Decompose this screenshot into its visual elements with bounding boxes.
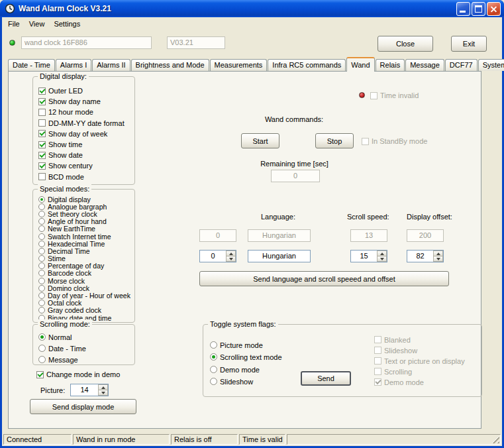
checkbox-box[interactable] (38, 119, 46, 127)
tab-date-time[interactable]: Date - Time (8, 59, 55, 71)
radio-circle[interactable] (38, 218, 45, 225)
radio-circle[interactable] (38, 278, 45, 284)
radio-circle[interactable] (38, 270, 45, 276)
send-language-button[interactable]: Send language and scroll speeed and offs… (199, 271, 449, 286)
radio-circle[interactable] (38, 300, 45, 306)
radio-circle[interactable] (210, 378, 217, 385)
radio-demo-mode[interactable]: Demo mode (210, 365, 260, 374)
radio-circle[interactable] (38, 345, 46, 352)
radio-day-of-year-hour-of-week[interactable]: Day of year - Hour of week (38, 292, 134, 299)
tab-message[interactable]: Message (405, 59, 444, 71)
checkbox-box[interactable] (38, 141, 46, 148)
start-button[interactable]: Start (241, 133, 279, 148)
checkbox-box[interactable] (38, 130, 46, 137)
radio-new-earthtime[interactable]: New EarthTime (38, 225, 134, 233)
checkbox-blanked[interactable]: Blanked (374, 335, 411, 344)
spin-down-button[interactable] (98, 390, 108, 396)
checkbox-box[interactable] (374, 368, 381, 375)
checkbox-show-day-of-week[interactable]: Show day of week (38, 129, 134, 139)
radio-circle[interactable] (38, 203, 45, 210)
resize-grip[interactable] (491, 435, 499, 443)
maximize-button[interactable] (472, 2, 485, 16)
radio-percentage-of-day[interactable]: Percentage of day (38, 262, 134, 270)
menu-file[interactable]: File (3, 19, 25, 29)
tab-relais[interactable]: Relais (376, 59, 405, 71)
checkbox-box[interactable] (374, 336, 381, 343)
display-offset-value[interactable]: 82 (407, 251, 433, 262)
tab-infra-rc5-commands[interactable]: Infra RC5 commands (268, 59, 346, 71)
checkbox-show-century[interactable]: Show century (38, 160, 134, 171)
radio-circle[interactable] (38, 241, 45, 247)
tab-system[interactable]: System (478, 59, 504, 71)
radio-circle[interactable] (38, 233, 45, 240)
radio-slideshow[interactable]: Slideshow (210, 377, 253, 386)
picture-stepper[interactable]: 14 (70, 384, 109, 396)
spin-up-button[interactable] (226, 251, 236, 256)
radio-circle[interactable] (38, 307, 45, 313)
radio-circle[interactable] (210, 366, 217, 373)
radio-morse-clock[interactable]: Morse clock (38, 277, 134, 284)
checkbox-slideshow-flag[interactable]: Slideshow (374, 346, 417, 355)
checkbox-box[interactable] (38, 98, 46, 105)
radio-digital-display[interactable]: Digital display (38, 196, 134, 203)
radio-swatch-internet-time[interactable]: Swatch Internet time (38, 233, 134, 240)
radio-circle[interactable] (38, 225, 45, 232)
radio-angle-of-hour-hand[interactable]: Angle of hour hand (38, 218, 134, 225)
checkbox-box[interactable] (38, 87, 46, 95)
radio-analogue-bargraph[interactable]: Analogue bargraph (38, 203, 134, 210)
close-button[interactable]: Close (378, 36, 433, 52)
exit-button[interactable]: Exit (451, 36, 487, 52)
spin-down-button[interactable] (377, 256, 387, 262)
scroll-speed-stepper[interactable]: 15 (350, 250, 387, 262)
radio-picture-mode[interactable]: Picture mode (210, 341, 263, 349)
device-name-field[interactable]: wand clock 16F886 (21, 36, 152, 49)
send-flags-button[interactable]: Send (301, 371, 351, 386)
radio-circle[interactable] (38, 285, 45, 292)
radio-circle[interactable] (38, 292, 45, 299)
radio-circle[interactable] (38, 196, 45, 203)
menu-settings[interactable]: Settings (49, 19, 85, 29)
checkbox-time-invalid[interactable]: Time invalid (370, 91, 419, 100)
tab-alarms-ii[interactable]: Alarms II (92, 59, 130, 71)
checkbox-bcd-mode[interactable]: BCD mode (38, 172, 134, 182)
language-number-stepper[interactable]: 0 (199, 250, 236, 262)
radio-scroll-message[interactable]: Message (38, 354, 134, 365)
tab-wand[interactable]: Wand (346, 57, 374, 72)
spin-up-button[interactable] (377, 251, 387, 256)
checkbox-text-or-picture-on-display[interactable]: Text or picture on display (374, 357, 465, 365)
checkbox-outer-led[interactable]: Outer LED (38, 85, 134, 96)
stop-button[interactable]: Stop (315, 133, 354, 148)
checkbox-scrolling-flag[interactable]: Scrolling (374, 367, 412, 376)
radio-decimal-time[interactable]: Decimal Time (38, 247, 134, 254)
checkbox-show-time[interactable]: Show time (38, 139, 134, 150)
checkbox-box[interactable] (38, 162, 46, 170)
picture-value[interactable]: 14 (71, 384, 98, 396)
menu-view[interactable]: View (25, 19, 50, 29)
checkbox-dd-mm-yy-format[interactable]: DD-MM-YY date format (38, 118, 134, 129)
spin-up-button[interactable] (98, 384, 108, 390)
language-input[interactable]: Hungarian (248, 250, 311, 262)
minimize-button[interactable] (456, 2, 470, 16)
radio-circle[interactable] (38, 262, 45, 269)
scroll-speed-value[interactable]: 15 (351, 251, 377, 262)
radio-scroll-date-time[interactable]: Date - Time (38, 343, 134, 354)
checkbox-box[interactable] (374, 357, 381, 364)
checkbox-box[interactable] (374, 347, 381, 354)
radio-circle[interactable] (38, 248, 45, 254)
tab-brightness-and-mode[interactable]: Brightness and Mode (131, 59, 209, 71)
checkbox-box[interactable] (38, 109, 46, 116)
radio-set-theory-clock[interactable]: Set theory clock (38, 210, 134, 217)
checkbox-show-date[interactable]: Show date (38, 150, 134, 160)
radio-circle[interactable] (38, 356, 46, 363)
checkbox-box[interactable] (370, 92, 378, 99)
language-number-value[interactable]: 0 (200, 251, 226, 262)
spin-up-button[interactable] (433, 251, 443, 256)
close-window-button[interactable] (487, 2, 501, 16)
checkbox-box[interactable] (374, 378, 381, 386)
spin-down-button[interactable] (226, 256, 236, 262)
display-offset-stepper[interactable]: 82 (407, 250, 444, 262)
radio-circle[interactable] (210, 353, 217, 361)
tab-alarms-i[interactable]: Alarms I (56, 59, 91, 71)
radio-hexadecimal-time[interactable]: Hexadecimal Time (38, 240, 134, 247)
checkbox-box[interactable] (38, 173, 46, 180)
